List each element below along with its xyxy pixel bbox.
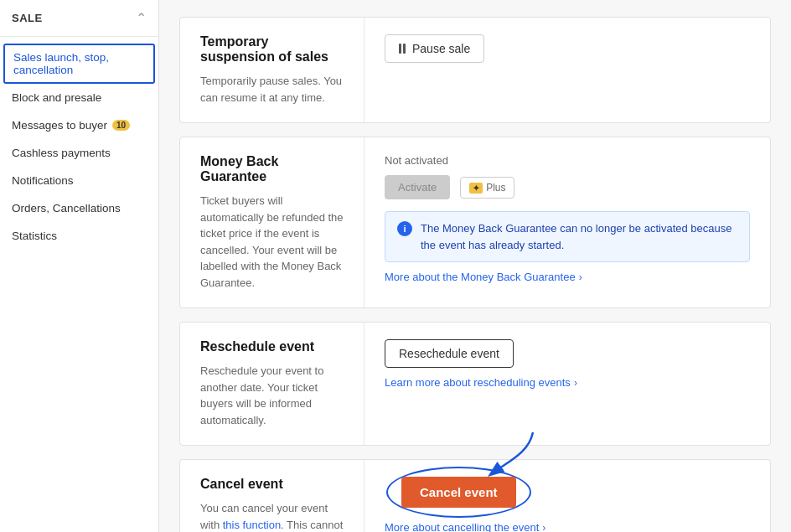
temporary-suspension-section: Temporary suspension of sales Temporaril…	[179, 17, 771, 123]
sidebar-item-label: Orders, Cancellations	[12, 202, 121, 214]
sidebar-item-label: Sales launch, stop, cancellation	[13, 51, 145, 76]
temporary-suspension-desc: Temporarily pause sales. You can resume …	[200, 73, 344, 106]
sidebar-item-messages-buyer[interactable]: Messages to buyer 10	[0, 111, 158, 139]
sidebar-title: SALE	[12, 12, 43, 24]
reschedule-button[interactable]: Resechedule event	[385, 339, 514, 368]
reschedule-right: Resechedule event Learn more about resch…	[364, 323, 770, 445]
activate-label: Activate	[398, 181, 437, 194]
cancel-arrow-svg	[483, 428, 541, 483]
pause-sale-label: Pause sale	[412, 42, 470, 55]
money-back-title: Money Back Guarantee	[200, 154, 344, 184]
sidebar-item-cashless-payments[interactable]: Cashless payments	[0, 139, 158, 167]
reschedule-label: Resechedule event	[399, 347, 499, 360]
activate-row: Activate ✦ Plus	[385, 175, 750, 199]
pause-sale-button[interactable]: Pause sale	[385, 34, 484, 63]
sidebar-item-notifications[interactable]: Notifications	[0, 167, 158, 194]
cancel-desc: You can cancel your event with this func…	[200, 500, 344, 532]
sidebar-item-label: Cashless payments	[12, 147, 111, 159]
messages-badge: 10	[112, 120, 130, 131]
money-back-right: Not activated Activate ✦ Plus i The Mone…	[364, 137, 770, 307]
cancel-event-label: Cancel event	[420, 485, 498, 499]
sidebar-header: SALE ⌃	[0, 0, 158, 37]
cancel-link[interactable]: More about cancelling the event	[385, 521, 539, 532]
cancel-link-row: More about cancelling the event ›	[385, 521, 545, 532]
main-content: Temporary suspension of sales Temporaril…	[159, 0, 791, 532]
money-back-info-box: i The Money Back Guarantee can no longer…	[385, 211, 750, 262]
cancel-event-section: Cancel event You can cancel your event w…	[179, 459, 771, 532]
reschedule-section: Reschedule event Reschedule your event t…	[179, 322, 771, 446]
cancel-link-arrow: ›	[542, 522, 545, 533]
reschedule-link[interactable]: Learn more about rescheduling events	[385, 376, 571, 389]
money-back-section: Money Back Guarantee Ticket buyers will …	[179, 137, 771, 308]
reschedule-link-row: Learn more about rescheduling events ›	[385, 376, 750, 389]
sidebar-item-label: Statistics	[12, 230, 57, 242]
cancel-title: Cancel event	[200, 477, 344, 492]
reschedule-title: Reschedule event	[200, 339, 344, 354]
cancel-left: Cancel event You can cancel your event w…	[180, 460, 364, 532]
reschedule-link-arrow: ›	[574, 377, 577, 389]
plus-label: Plus	[486, 182, 505, 194]
money-back-link-row: More about the Money Back Guarantee ›	[385, 271, 750, 283]
money-back-info-text: The Money Back Guarantee can no longer b…	[421, 220, 737, 253]
reschedule-left: Reschedule event Reschedule your event t…	[180, 323, 364, 445]
cancel-right: Cancel event More about cancelling the e…	[364, 460, 770, 532]
pause-icon	[399, 44, 406, 54]
activate-button[interactable]: Activate	[385, 175, 450, 199]
money-back-link[interactable]: More about the Money Back Guarantee	[385, 271, 576, 283]
money-back-desc: Ticket buyers will automatically be refu…	[200, 193, 344, 291]
cancel-button-wrapper: Cancel event	[401, 477, 516, 508]
not-activated-label: Not activated	[385, 154, 750, 167]
cancel-event-button[interactable]: Cancel event	[401, 477, 516, 508]
sidebar: SALE ⌃ Sales launch, stop, cancellation …	[0, 0, 159, 532]
reschedule-desc: Reschedule your event to another date. Y…	[200, 363, 344, 428]
sidebar-item-label: Messages to buyer	[12, 119, 107, 132]
temporary-suspension-left: Temporary suspension of sales Temporaril…	[180, 18, 364, 122]
sidebar-item-orders-cancellations[interactable]: Orders, Cancellations	[0, 194, 158, 222]
cancel-desc-link[interactable]: this function	[223, 519, 281, 531]
temporary-suspension-title: Temporary suspension of sales	[200, 34, 344, 65]
chevron-up-icon[interactable]: ⌃	[136, 10, 147, 26]
plus-badge: ✦ Plus	[460, 177, 514, 199]
info-icon: i	[397, 221, 412, 236]
money-back-left: Money Back Guarantee Ticket buyers will …	[180, 137, 364, 307]
sidebar-nav: Sales launch, stop, cancellation Block a…	[0, 37, 158, 256]
sidebar-item-label: Notifications	[12, 174, 74, 187]
sidebar-item-block-presale[interactable]: Block and presale	[0, 84, 158, 111]
temporary-suspension-right: Pause sale	[364, 18, 770, 122]
sidebar-item-statistics[interactable]: Statistics	[0, 222, 158, 250]
money-back-link-arrow: ›	[579, 271, 582, 283]
plus-icon: ✦	[469, 183, 483, 194]
sidebar-item-label: Block and presale	[12, 91, 101, 104]
cancel-oval-wrapper: Cancel event	[401, 477, 516, 508]
sidebar-item-sales-launch[interactable]: Sales launch, stop, cancellation	[3, 44, 155, 84]
